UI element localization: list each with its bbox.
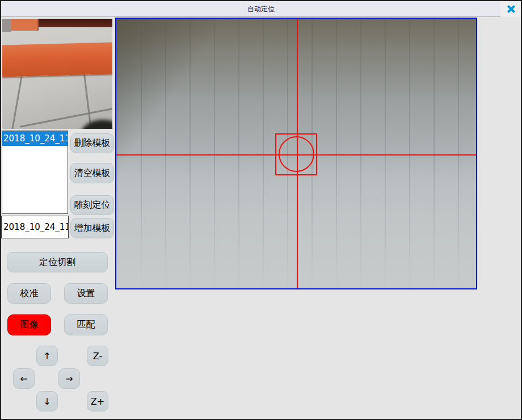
arrow-down-icon: ↓ [43, 396, 50, 407]
position-cut-button[interactable]: 定位切割 [7, 252, 108, 272]
jog-up-button[interactable]: ↑ [36, 346, 58, 366]
jog-z-minus-button[interactable]: Z- [87, 346, 108, 366]
thumbnail-maroon-strip [36, 19, 112, 27]
thumbnail-tile-line [10, 72, 23, 129]
close-button[interactable] [500, 1, 521, 17]
auto-position-dialog: 自动定位 2018_10_24_11 删除模板 清空模板 雕刻定位 增加模板 定… [0, 0, 522, 420]
calibrate-button[interactable]: 校准 [7, 283, 51, 304]
jog-z-plus-button[interactable]: Z+ [87, 391, 108, 411]
camera-live-view[interactable] [115, 18, 477, 289]
arrow-right-icon: → [65, 373, 73, 384]
jog-down-button[interactable]: ↓ [36, 391, 58, 411]
thumbnail-orange-beam [2, 42, 112, 77]
jog-left-button[interactable]: ← [13, 368, 35, 389]
close-icon [506, 5, 515, 14]
crosshair-target-circle [279, 136, 314, 172]
template-list[interactable]: 2018_10_24_11 [2, 131, 68, 214]
template-name-input[interactable] [1, 216, 69, 238]
delete-template-button[interactable]: 删除模板 [70, 133, 114, 153]
settings-button[interactable]: 设置 [64, 283, 108, 304]
add-template-button[interactable]: 增加模板 [70, 218, 114, 238]
clear-templates-button[interactable]: 清空模板 [70, 163, 114, 183]
thumbnail-orange-patch [11, 19, 39, 31]
jog-right-button[interactable]: → [58, 368, 80, 389]
thumbnail-grey-patch [2, 19, 11, 32]
engrave-position-button[interactable]: 雕刻定位 [70, 195, 114, 215]
arrow-up-icon: ↑ [43, 351, 50, 362]
image-button[interactable]: 图像 [7, 314, 51, 335]
arrow-left-icon: ← [20, 373, 27, 384]
title-bar: 自动定位 [1, 1, 521, 17]
thumbnail-tile-line [83, 71, 93, 129]
match-button[interactable]: 匹配 [64, 314, 108, 335]
page-title: 自动定位 [1, 1, 521, 17]
camera-thumbnail [2, 19, 112, 129]
thumbnail-dark-object [81, 120, 112, 129]
template-list-item-selected[interactable]: 2018_10_24_11 [2, 131, 68, 146]
